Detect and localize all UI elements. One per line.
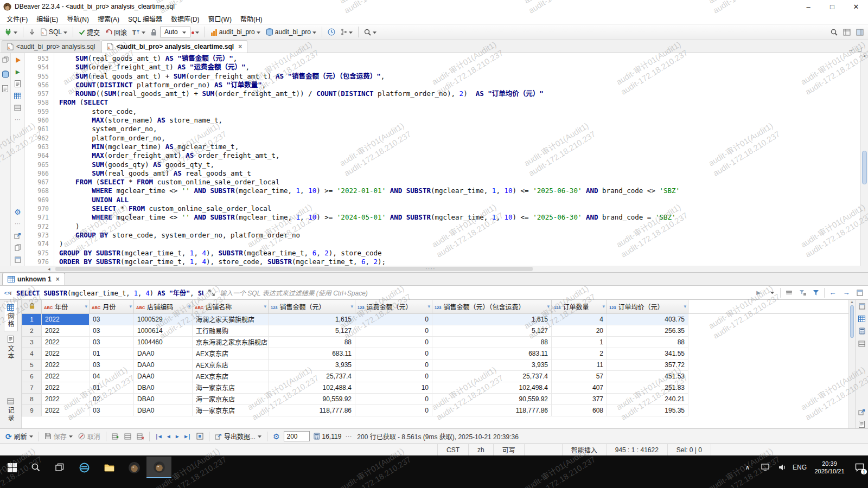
grid-cell[interactable]: 1004460 [134, 336, 193, 348]
menu-item[interactable]: 编辑(E) [32, 14, 62, 23]
projects-panel-icon[interactable] [1, 85, 10, 93]
grid-cell[interactable]: AEX京东店 [193, 348, 269, 359]
taskbar-search-button[interactable] [24, 457, 48, 478]
row-number[interactable]: 7 [22, 382, 42, 393]
perspective-main-button[interactable] [854, 28, 866, 37]
grid-cell[interactable]: AEX京东店 [193, 359, 269, 370]
tray-volume-icon[interactable] [774, 457, 791, 478]
grid-cell[interactable]: 2022 [42, 313, 90, 325]
results-view-tab-grid[interactable]: 网格 [4, 301, 18, 331]
copy-icon[interactable] [14, 243, 22, 252]
row-number[interactable]: 5 [22, 359, 42, 370]
grid-cell[interactable]: 377 [552, 393, 607, 404]
export-icon[interactable] [14, 232, 22, 240]
grid-cell[interactable]: 608 [552, 404, 607, 416]
sql-editor-button[interactable]: SSQL [39, 27, 69, 37]
grid-cell[interactable]: 海一家京东店 [193, 404, 269, 416]
grid-cell[interactable]: DAA0 [134, 359, 193, 370]
database-navigator-icon[interactable] [1, 70, 10, 78]
grid-cell[interactable]: 海一家京东店 [193, 382, 269, 393]
value-viewer-icon[interactable] [858, 314, 866, 323]
grid-cell[interactable]: 20 [552, 325, 607, 336]
grid-cell[interactable]: 341.55 [607, 348, 688, 359]
open-script-button[interactable] [27, 28, 37, 37]
grid-cell[interactable]: 2022 [42, 348, 90, 359]
grid-cell[interactable]: 3,935 [269, 359, 355, 370]
metadata-panel-icon[interactable] [858, 339, 866, 348]
grid-cell[interactable]: 0 [355, 348, 432, 359]
grid-cell[interactable]: 88 [269, 336, 355, 348]
column-menu-icon[interactable]: ▾ [350, 304, 353, 309]
filter-input[interactable]: 输入一个 SQL 表达式来过滤结果 (使用 Ctrl+Space) [220, 288, 750, 297]
grid-cell[interactable]: 0 [355, 359, 432, 370]
grid-cell[interactable]: 90,559.92 [269, 393, 355, 404]
save-filter-icon[interactable] [797, 290, 808, 296]
output-log-icon[interactable] [14, 104, 22, 112]
maximize-editor-button[interactable]: □ [858, 46, 861, 53]
menu-item[interactable]: SQL 编辑器 [124, 14, 167, 23]
grid-cell[interactable]: DBA0 [134, 404, 193, 416]
grid-cell[interactable]: 海澜之家天猫旗舰店 [193, 313, 269, 325]
tray-display-icon[interactable] [756, 457, 774, 478]
statusbar-segment[interactable]: Sel: 0 | 0 [667, 444, 711, 455]
export-data-button[interactable]: 导出数据... [213, 431, 263, 442]
statusbar-segment[interactable]: CST [437, 444, 468, 455]
column-header[interactable]: ABC月份▾ [90, 300, 134, 313]
results-tab-unknown-1[interactable]: unknown 1 × [2, 273, 65, 285]
menu-item[interactable]: 窗口(W) [204, 14, 236, 23]
column-header[interactable]: 123订单均价（元）▾ [607, 300, 688, 313]
statusbar-segment[interactable]: 945 : 1 : 41622 [606, 444, 667, 455]
menu-item[interactable]: 帮助(H) [236, 14, 267, 23]
rollback-button[interactable]: 回滚 [103, 27, 129, 38]
result-grid-icon[interactable] [14, 92, 22, 100]
row-number[interactable]: 8 [22, 393, 42, 404]
grid-cell[interactable]: 5,127 [432, 325, 552, 336]
grid-cell[interactable]: 683.11 [432, 348, 552, 359]
column-menu-icon[interactable]: ▾ [188, 304, 190, 309]
grid-cell[interactable]: 2022 [42, 393, 90, 404]
record-mode-tab[interactable]: 记录 [4, 395, 18, 425]
last-page-button[interactable]: ▶| [183, 432, 193, 440]
row-number[interactable]: 4 [22, 348, 42, 359]
grid-cell[interactable]: 0 [355, 325, 432, 336]
grid-cell[interactable]: 407 [552, 382, 607, 393]
statusbar-segment[interactable]: zh [468, 444, 493, 455]
grid-cell[interactable]: 88 [432, 336, 552, 348]
grid-cell[interactable]: AEX京东店 [193, 370, 269, 382]
save-button[interactable]: 保存 [43, 431, 74, 442]
grid-cell[interactable]: 1,615 [269, 313, 355, 325]
tray-language-button[interactable]: ENG [791, 457, 808, 478]
grid-corner-cell[interactable] [22, 300, 42, 313]
grid-cell[interactable]: 0 [355, 404, 432, 416]
grid-cell[interactable]: 240.21 [607, 393, 688, 404]
grid-cell[interactable]: 0 [355, 336, 432, 348]
grid-cell[interactable]: 03 [90, 404, 134, 416]
first-page-button[interactable]: |◀ [154, 432, 163, 440]
grid-cell[interactable]: 海一家京东店 [193, 393, 269, 404]
column-header[interactable]: ABC店铺编码▾ [134, 300, 193, 313]
calc-panel-icon[interactable] [858, 327, 866, 335]
row-count-button[interactable]: 16,119 [312, 432, 343, 441]
apply-filter-icon[interactable]: ▶ [753, 290, 764, 296]
row-number[interactable]: 3 [22, 336, 42, 348]
grid-cell[interactable]: 2 [552, 348, 607, 359]
grid-cell[interactable]: 01 [90, 348, 134, 359]
grid-cell[interactable]: 451.53 [607, 370, 688, 382]
history-forward-icon[interactable]: → [841, 288, 852, 297]
execute-script-icon[interactable]: ▶ [14, 68, 22, 76]
task-view-button[interactable] [48, 457, 72, 478]
menu-item[interactable]: 导航(N) [62, 14, 93, 23]
grid-cell[interactable]: 3,935 [432, 359, 552, 370]
explain-plan-icon[interactable] [14, 80, 22, 88]
close-icon[interactable]: × [238, 43, 242, 50]
filter-icon[interactable] [810, 290, 821, 296]
refresh-button[interactable]: ⟳刷新 [4, 431, 35, 442]
menu-item[interactable]: 搜索(A) [93, 14, 124, 23]
column-header[interactable]: 123订单数量▾ [552, 300, 607, 313]
grid-cell[interactable]: 1000529 [134, 313, 193, 325]
results-view-tab-text[interactable]: 文本 [4, 332, 18, 363]
taskbar-app-dbeaver-active[interactable] [146, 457, 171, 478]
prev-page-button[interactable]: ◀ [165, 432, 172, 440]
grid-cell[interactable]: 102,498.4 [432, 382, 552, 393]
fetch-size-input[interactable]: 200 [284, 431, 310, 441]
